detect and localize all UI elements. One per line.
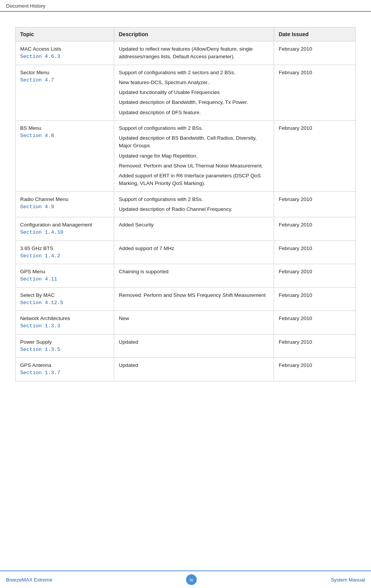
topic-cell: 3.65 GHz BTSSection 1.4.2 <box>16 241 114 264</box>
description-paragraph: Added Security <box>119 221 269 229</box>
description-paragraph: Updated <box>119 338 269 346</box>
description-paragraph: Updated to reflect new features (Allow/D… <box>119 45 269 61</box>
topic-cell: Network ArchitecturesSection 1.3.3 <box>16 311 114 335</box>
topic-link[interactable]: Section 4.11 <box>20 276 109 283</box>
description-cell: Updated <box>114 358 274 381</box>
description-paragraph: Updated functionality of Usable Frequenc… <box>119 89 269 96</box>
topic-link[interactable]: Section 4.9 <box>20 203 109 211</box>
date-cell: February 2010 <box>274 311 356 335</box>
description-cell: Support of configurations with 2 BSs.Upd… <box>114 120 274 191</box>
col-date: Date Issued <box>274 27 356 41</box>
description-paragraph: Updated description of Bandwidth, Freque… <box>119 99 269 106</box>
topic-link[interactable]: Section 1.3.5 <box>20 346 109 354</box>
table-row: GPS AntennaSection 1.3.7UpdatedFebruary … <box>16 358 356 381</box>
topic-link[interactable]: Section 4.6.3 <box>20 53 109 61</box>
topic-main-text: Configuration and Management <box>20 221 109 229</box>
date-cell: February 2010 <box>274 65 356 120</box>
col-topic: Topic <box>16 27 114 41</box>
description-cell: Added support of 7 MHz <box>114 241 274 264</box>
description-cell: Updated <box>114 334 274 358</box>
date-cell: February 2010 <box>274 191 356 217</box>
topic-main-text: Radio Channel Menu <box>20 196 109 203</box>
description-paragraph: Chaining is supported <box>119 268 269 276</box>
topic-main-text: GPS Menu <box>20 268 109 276</box>
topic-cell: Sector MenuSection 4.7 <box>16 65 114 120</box>
topic-link[interactable]: Section 1.4.10 <box>20 229 109 236</box>
description-cell: Support of configurations with 2 BSs.Upd… <box>114 191 274 217</box>
date-cell: February 2010 <box>274 334 356 358</box>
description-paragraph: Support of configurations with 2 sectors… <box>119 69 269 76</box>
document-history-table: Topic Description Date Issued MAC Access… <box>15 27 356 381</box>
description-paragraph: Added support of 7 MHz <box>119 245 269 252</box>
description-paragraph: Support of configurations with 2 BSs. <box>119 196 269 203</box>
topic-main-text: BS Menu <box>20 124 109 132</box>
table-row: Sector MenuSection 4.7Support of configu… <box>16 65 356 120</box>
topic-cell: Configuration and ManagementSection 1.4.… <box>16 217 114 241</box>
description-paragraph: Updated description of Radio Channel Fre… <box>119 206 269 213</box>
table-row: Network ArchitecturesSection 1.3.3NewFeb… <box>16 311 356 335</box>
topic-cell: MAC Access ListsSection 4.6.3 <box>16 41 114 65</box>
description-cell: New <box>114 311 274 335</box>
description-paragraph: Removed: Perform and Show MS Frequency S… <box>119 292 269 299</box>
header-title: Document History <box>6 3 45 9</box>
topic-cell: Select By MACSection 4.12.5 <box>16 287 114 311</box>
footer-right: System Manual <box>331 577 365 583</box>
topic-main-text: Power Supply <box>20 338 109 346</box>
table-row: Select By MACSection 4.12.5Removed: Perf… <box>16 287 356 311</box>
table-row: Radio Channel MenuSection 4.9Support of … <box>16 191 356 217</box>
table-row: 3.65 GHz BTSSection 1.4.2Added support o… <box>16 241 356 264</box>
topic-cell: Power SupplySection 1.3.5 <box>16 334 114 358</box>
topic-link[interactable]: Section 4.8 <box>20 132 109 140</box>
topic-cell: Radio Channel MenuSection 4.9 <box>16 191 114 217</box>
topic-cell: GPS AntennaSection 1.3.7 <box>16 358 114 381</box>
description-cell: Chaining is supported <box>114 264 274 288</box>
date-cell: February 2010 <box>274 41 356 65</box>
description-paragraph: Removed: Perform and Show UL Thermal Noi… <box>119 162 269 170</box>
description-paragraph: Updated description of DFS feature. <box>119 109 269 116</box>
topic-link[interactable]: Section 1.4.2 <box>20 252 109 260</box>
description-paragraph: New features-DCS, Spectrum Analyzer.. <box>119 79 269 86</box>
description-cell: Updated to reflect new features (Allow/D… <box>114 41 274 65</box>
description-cell: Removed: Perform and Show MS Frequency S… <box>114 287 274 311</box>
page-footer: BreezeMAX Extreme iv System Manual <box>0 570 371 588</box>
description-paragraph: Added support of ERT in R6 Interface par… <box>119 172 269 188</box>
date-cell: February 2010 <box>274 358 356 381</box>
topic-link[interactable]: Section 1.3.7 <box>20 369 109 377</box>
table-row: BS MenuSection 4.8Support of configurati… <box>16 120 356 191</box>
description-paragraph: Updated <box>119 362 269 369</box>
table-row: Configuration and ManagementSection 1.4.… <box>16 217 356 241</box>
description-cell: Added Security <box>114 217 274 241</box>
topic-cell: GPS MenuSection 4.11 <box>16 264 114 288</box>
date-cell: February 2010 <box>274 264 356 288</box>
page-content: Topic Description Date Issued MAC Access… <box>0 12 371 570</box>
date-cell: February 2010 <box>274 241 356 264</box>
table-row: GPS MenuSection 4.11Chaining is supporte… <box>16 264 356 288</box>
topic-link[interactable]: Section 1.3.3 <box>20 322 109 330</box>
col-description: Description <box>114 27 274 41</box>
description-paragraph: New <box>119 315 269 322</box>
description-paragraph: Updated description of BS Bandwidth, Cel… <box>119 134 269 150</box>
table-row: MAC Access ListsSection 4.6.3Updated to … <box>16 41 356 65</box>
topic-main-text: Sector Menu <box>20 69 109 76</box>
topic-main-text: Select By MAC <box>20 292 109 299</box>
date-cell: February 2010 <box>274 287 356 311</box>
topic-main-text: GPS Antenna <box>20 362 109 369</box>
table-header-row: Topic Description Date Issued <box>16 27 356 41</box>
footer-left: BreezeMAX Extreme <box>6 577 52 583</box>
date-cell: February 2010 <box>274 120 356 191</box>
topic-main-text: 3.65 GHz BTS <box>20 245 109 252</box>
topic-main-text: Network Architectures <box>20 315 109 322</box>
description-paragraph: Support of configurations with 2 BSs. <box>119 124 269 132</box>
topic-cell: BS MenuSection 4.8 <box>16 120 114 191</box>
footer-page-number: iv <box>186 574 197 585</box>
topic-link[interactable]: Section 4.12.5 <box>20 299 109 307</box>
description-cell: Support of configurations with 2 sectors… <box>114 65 274 120</box>
topic-link[interactable]: Section 4.7 <box>20 76 109 84</box>
description-paragraph: Updated range for Map Repetition. <box>119 152 269 160</box>
date-cell: February 2010 <box>274 217 356 241</box>
page-header: Document History <box>0 0 371 12</box>
topic-main-text: MAC Access Lists <box>20 45 109 53</box>
table-row: Power SupplySection 1.3.5UpdatedFebruary… <box>16 334 356 358</box>
